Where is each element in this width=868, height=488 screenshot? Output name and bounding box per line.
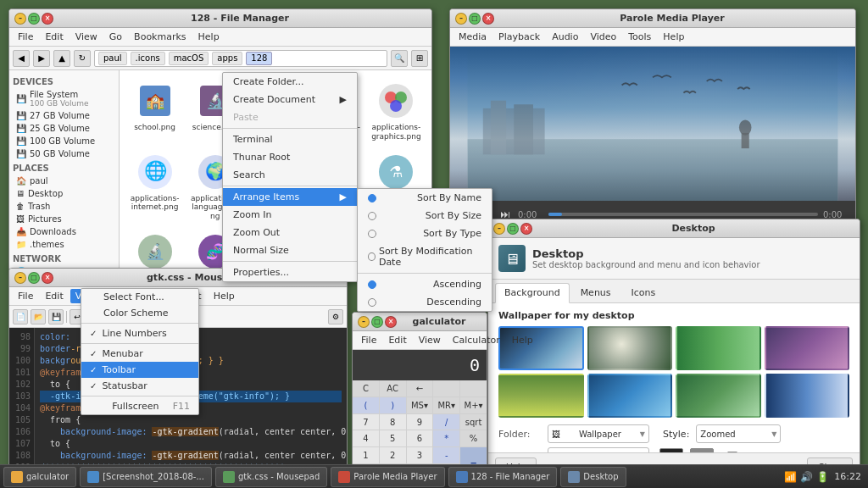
calc-btn-sqrt[interactable]: sqrt [460,414,487,430]
mp-menu-file[interactable]: File [13,289,38,303]
wallpaper-thumb-8[interactable] [765,374,850,418]
forward-button[interactable]: ▶ [33,50,50,67]
wallpaper-thumb-4[interactable] [765,326,850,370]
ds-tab-icons[interactable]: Icons [622,283,665,302]
calc-menu-calculator[interactable]: Calculator [448,333,505,347]
calc-btn-lparen[interactable]: ( [353,397,379,413]
calc-btn-8[interactable]: 8 [380,414,406,430]
vmd-toolbar[interactable]: Toolbar [81,362,198,378]
vmd-statusbar[interactable]: Statusbar [81,378,198,394]
sidebar-item-pictures[interactable]: 🖼 Pictures [13,213,115,225]
sidebar-item-themes[interactable]: 📁 .themes [13,238,115,251]
ds-tab-background[interactable]: Background [495,283,570,303]
mp-menu-media[interactable]: Media [453,30,492,44]
calc-btn-rparen[interactable]: ) [380,397,406,413]
taskbar-file-manager[interactable]: 128 - File Manager [448,467,558,487]
ds-close-button[interactable]: × [520,223,532,235]
sidebar-item-filesystem[interactable]: 💾 File System 100 GB Volume [13,88,115,109]
sort-by-size[interactable]: Sort By Size [358,207,492,225]
calc-btn-backspace[interactable]: ← [407,380,433,396]
mp-menu-video[interactable]: Video [585,30,621,44]
editor-new[interactable]: 📄 [13,309,28,324]
menu-help[interactable]: Help [193,30,225,44]
calc-btn-c[interactable]: C [353,380,379,396]
ds-maximize-button[interactable]: □ [507,223,519,235]
sort-by-name[interactable]: Sort By Name [358,189,492,207]
back-button[interactable]: ◀ [13,50,30,67]
ctx-thunar-root[interactable]: Thunar Root [223,148,357,166]
reload-button[interactable]: ↻ [74,50,91,67]
vmd-color-scheme[interactable]: Color Scheme [81,305,198,321]
close-button[interactable]: × [42,13,53,25]
taskbar-parole[interactable]: Parole Media Player [331,467,444,487]
calc-menu-view[interactable]: View [414,333,446,347]
editor-save[interactable]: 💾 [48,309,64,324]
calc-menu-edit[interactable]: Edit [383,333,411,347]
taskbar-mousepad[interactable]: gtk.css - Mousepad [215,467,327,487]
calc-btn-mplus[interactable]: M+▾ [460,397,487,413]
ctx-properties[interactable]: Properties... [223,263,357,281]
ctx-terminal[interactable]: Terminal [223,130,357,148]
wallpaper-thumb-6[interactable] [587,374,673,418]
breadcrumb-128[interactable]: 128 [246,52,272,65]
calc-btn-mul[interactable]: * [433,430,459,446]
vmd-fullscreen[interactable]: FullscreenF11 [81,398,198,414]
vmd-menubar[interactable]: Menubar [81,346,198,362]
breadcrumb-apps[interactable]: apps [212,52,242,65]
sort-descending[interactable]: Descending [358,293,492,311]
calc-minimize[interactable]: – [358,316,370,328]
ctx-paste[interactable]: Paste [223,108,357,126]
file-item-app-science2[interactable]: 🔬 applications-science.png [126,228,183,270]
ctx-normal-size[interactable]: Normal Size [223,241,357,259]
file-item-app-graphics[interactable]: applications-graphics.png [368,77,425,145]
calc-btn-5[interactable]: 5 [380,430,406,446]
vmd-line-numbers[interactable]: Line Numbers [81,325,198,341]
calc-menu-file[interactable]: File [356,333,381,347]
vmd-select-font[interactable]: Select Font... [81,289,198,305]
search-button[interactable]: 🔍 [391,50,408,67]
wallpaper-thumb-2[interactable] [587,326,673,370]
calc-btn-2[interactable]: 2 [380,447,406,463]
mp-menu-help[interactable]: Help [209,289,240,303]
sidebar-item-downloads[interactable]: 📥 Downloads [13,225,115,238]
up-button[interactable]: ▲ [53,50,70,67]
menu-view[interactable]: View [70,30,103,44]
calc-btn-9[interactable]: 9 [407,414,433,430]
calc-close[interactable]: × [385,316,397,328]
sidebar-item-100gb[interactable]: 💾 100 GB Volume [13,135,115,147]
taskbar-desktop[interactable]: Desktop [560,467,626,487]
minimize-button[interactable]: – [14,13,26,25]
mousepad-close[interactable]: × [42,272,53,284]
sidebar-item-25gb[interactable]: 💾 25 GB Volume [13,122,115,135]
menu-go[interactable]: Go [104,30,127,44]
wallpaper-thumb-5[interactable] [498,374,584,418]
sidebar-item-trash[interactable]: 🗑 Trash [13,200,115,213]
breadcrumb-paul[interactable]: paul [98,52,127,65]
sidebar-item-50gb[interactable]: 💾 50 GB Volume [13,147,115,160]
battery-tray-icon[interactable]: 🔋 [816,471,829,483]
network-tray-icon[interactable]: 📶 [784,471,797,483]
menu-file[interactable]: File [13,30,38,44]
ctx-arrange-items[interactable]: Arrange Items▶ Sort By Name Sort By Size… [223,188,357,206]
sort-ascending[interactable]: Ascending [358,275,492,293]
taskbar-galculator[interactable]: galculator [3,467,76,487]
volume-tray-icon[interactable]: 🔊 [800,471,813,483]
calc-btn-ms[interactable]: MS▾ [407,397,433,413]
ctx-zoom-out[interactable]: Zoom Out [223,224,357,241]
menu-bookmarks[interactable]: Bookmarks [129,30,191,44]
calc-btn-6[interactable]: 6 [407,430,433,446]
menu-edit[interactable]: Edit [40,30,68,44]
mp-menu-audio[interactable]: Audio [547,30,583,44]
sidebar-item-desktop[interactable]: 🖥 Desktop [13,187,115,200]
mp-minimize-button[interactable]: – [455,13,467,25]
ctx-search[interactable]: Search [223,166,357,184]
mousepad-minimize[interactable]: – [14,272,26,284]
sort-by-type[interactable]: Sort By Type [358,225,492,242]
editor-pref[interactable]: ⚙ [328,309,343,324]
maximize-button[interactable]: □ [28,13,40,25]
mp-progress-bar[interactable] [548,213,818,216]
mp-menu-tools[interactable]: Tools [623,30,656,44]
breadcrumb-icons[interactable]: .icons [131,52,165,65]
taskbar-screenshot[interactable]: [Screenshot_2018-08-... [80,467,212,487]
calc-btn-3[interactable]: 3 [407,447,433,463]
